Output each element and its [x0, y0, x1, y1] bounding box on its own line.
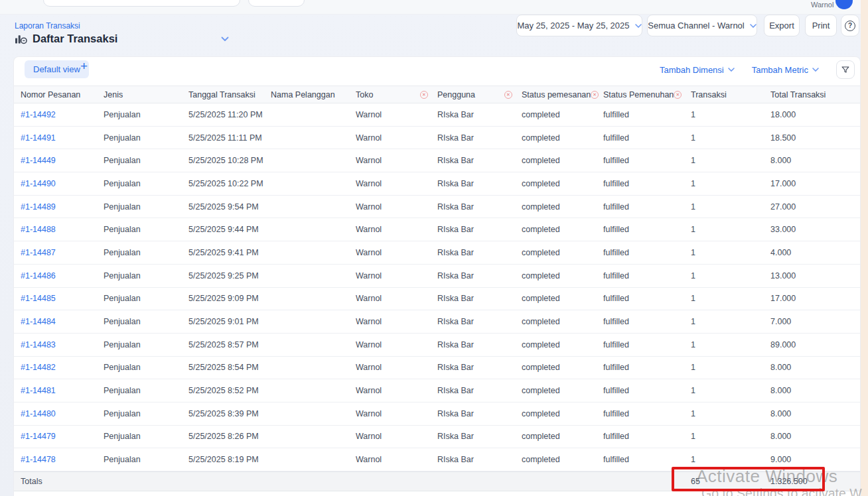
cell-order-number[interactable]: #1-14483 — [21, 340, 104, 349]
export-button[interactable]: Export — [764, 15, 800, 36]
remove-column-icon[interactable]: ✕ — [591, 91, 599, 99]
question-mark-circle-icon: ? — [845, 21, 855, 31]
cell-status-pemesanan: completed — [522, 363, 603, 372]
cell-order-number[interactable]: #1-14486 — [21, 271, 104, 280]
table-row: #1-14480Penjualan5/25/2025 8:39 PMWarnol… — [14, 403, 860, 426]
cell-status-pemesanan: completed — [522, 294, 603, 303]
cell-jenis: Penjualan — [104, 432, 188, 441]
cell-transaksi: 1 — [691, 271, 770, 280]
cell-toko: Warnol — [356, 179, 437, 188]
add-dimension-dropdown[interactable]: Tambah Dimensi — [660, 65, 735, 75]
filter-button[interactable] — [836, 60, 855, 79]
remove-column-icon[interactable]: ✕ — [504, 91, 512, 99]
cell-status-pemesanan: completed — [522, 432, 603, 441]
cell-pengguna: RIska Bar — [437, 248, 522, 257]
print-button[interactable]: Print — [805, 15, 837, 36]
column-label: Tanggal Transaksi — [188, 90, 255, 99]
remove-column-icon[interactable]: ✕ — [674, 91, 682, 99]
totals-label: Totals — [21, 477, 104, 486]
cell-order-number[interactable]: #1-14479 — [21, 432, 104, 441]
topbar-secondary-input[interactable] — [248, 0, 305, 7]
cell-order-number[interactable]: #1-14489 — [21, 202, 104, 212]
cell-status-pemenuhan: fulfilled — [603, 317, 691, 326]
cell-order-number[interactable]: #1-14490 — [21, 179, 104, 188]
cell-order-number[interactable]: #1-14478 — [21, 455, 104, 464]
cell-toko: Warnol — [356, 225, 437, 234]
cell-tanggal-transaksi: 5/25/2025 9:09 PM — [188, 294, 271, 303]
cell-order-number[interactable]: #1-14487 — [21, 248, 104, 257]
cell-status-pemesanan: completed — [522, 340, 603, 349]
column-header-jenis: Jenis — [104, 90, 188, 99]
cell-status-pemenuhan: fulfilled — [603, 432, 691, 441]
cell-tanggal-transaksi: 5/25/2025 8:57 PM — [188, 340, 271, 349]
cell-transaksi: 1 — [691, 179, 770, 188]
cell-tanggal-transaksi: 5/25/2025 9:25 PM — [188, 271, 271, 280]
cell-status-pemenuhan: fulfilled — [603, 363, 691, 372]
cell-order-number[interactable]: #1-14485 — [21, 294, 104, 303]
transactions-table: Nomor PesananJenisTanggal TransaksiNama … — [14, 86, 860, 491]
cell-pengguna: RIska Bar — [437, 202, 522, 212]
column-header-order-number: Nomor Pesanan — [21, 90, 104, 99]
cell-jenis: Penjualan — [104, 133, 188, 143]
cell-order-number[interactable]: #1-14484 — [21, 317, 104, 326]
cell-toko: Warnol — [356, 363, 437, 372]
cell-pengguna: RIska Bar — [437, 317, 522, 326]
cell-toko: Warnol — [356, 133, 437, 143]
cell-toko: Warnol — [356, 271, 437, 280]
cell-order-number[interactable]: #1-14481 — [21, 386, 104, 395]
user-name-label: Warnol — [811, 1, 833, 9]
add-metric-label: Tambah Metric — [752, 65, 808, 75]
cell-jenis: Penjualan — [104, 294, 188, 303]
date-range-label: May 25, 2025 - May 25, 2025 — [517, 21, 629, 31]
table-row: #1-14490Penjualan5/25/2025 10:22 PMWarno… — [14, 172, 860, 196]
cell-jenis: Penjualan — [104, 225, 188, 234]
cell-jenis: Penjualan — [104, 110, 188, 119]
right-edge-strip — [861, 0, 868, 496]
cell-pengguna: RIska Bar — [437, 133, 522, 143]
cell-status-pemenuhan: fulfilled — [603, 179, 691, 188]
cell-tanggal-transaksi: 5/25/2025 9:44 PM — [188, 225, 271, 234]
cell-status-pemenuhan: fulfilled — [603, 455, 691, 464]
title-row: Daftar Transaksi — [15, 32, 229, 45]
cell-order-number[interactable]: #1-14449 — [21, 156, 104, 165]
cell-status-pemesanan: completed — [522, 455, 603, 464]
cell-order-number[interactable]: #1-14488 — [21, 225, 104, 234]
cell-status-pemenuhan: fulfilled — [603, 202, 691, 212]
chevron-down-icon — [750, 24, 757, 28]
search-input[interactable] — [43, 0, 240, 7]
add-metric-dropdown[interactable]: Tambah Metric — [752, 65, 819, 75]
cell-pengguna: RIska Bar — [437, 225, 522, 234]
print-label: Print — [812, 21, 830, 31]
add-view-plus-icon[interactable]: + — [80, 59, 88, 74]
cell-toko: Warnol — [356, 202, 437, 212]
cell-toko: Warnol — [356, 455, 437, 464]
help-button[interactable]: ? — [841, 15, 859, 36]
cell-status-pemesanan: completed — [522, 317, 603, 326]
cell-order-number[interactable]: #1-14491 — [21, 133, 104, 143]
cell-total-transaksi: 8.000 — [770, 432, 860, 441]
cell-status-pemesanan: completed — [522, 386, 603, 395]
title-chevron-down-icon[interactable] — [221, 36, 229, 42]
browser-topbar: Warnol — [0, 0, 868, 15]
tab-default-view[interactable]: Default view — [25, 60, 89, 78]
cell-pengguna: RIska Bar — [437, 156, 522, 165]
table-row: #1-14485Penjualan5/25/2025 9:09 PMWarnol… — [14, 288, 860, 311]
cell-total-transaksi: 7.000 — [770, 317, 860, 326]
cell-pengguna: RIska Bar — [437, 363, 522, 372]
cell-pengguna: RIska Bar — [437, 294, 522, 303]
cell-tanggal-transaksi: 5/25/2025 8:52 PM — [188, 386, 271, 395]
cell-order-number[interactable]: #1-14482 — [21, 363, 104, 372]
cell-status-pemenuhan: fulfilled — [603, 225, 691, 234]
channel-filter-dropdown[interactable]: Semua Channel - Warnol — [647, 15, 757, 36]
cell-order-number[interactable]: #1-14492 — [21, 110, 104, 119]
table-row: #1-14479Penjualan5/25/2025 8:26 PMWarnol… — [14, 426, 860, 449]
breadcrumb[interactable]: Laporan Transaksi — [15, 21, 80, 31]
cell-status-pemenuhan: fulfilled — [603, 271, 691, 280]
cell-pengguna: RIska Bar — [437, 271, 522, 280]
cell-toko: Warnol — [356, 248, 437, 257]
date-range-picker[interactable]: May 25, 2025 - May 25, 2025 — [516, 15, 642, 36]
remove-column-icon[interactable]: ✕ — [420, 91, 428, 99]
cell-order-number[interactable]: #1-14480 — [21, 409, 104, 418]
cell-status-pemenuhan: fulfilled — [603, 156, 691, 165]
user-avatar[interactable] — [835, 0, 853, 9]
